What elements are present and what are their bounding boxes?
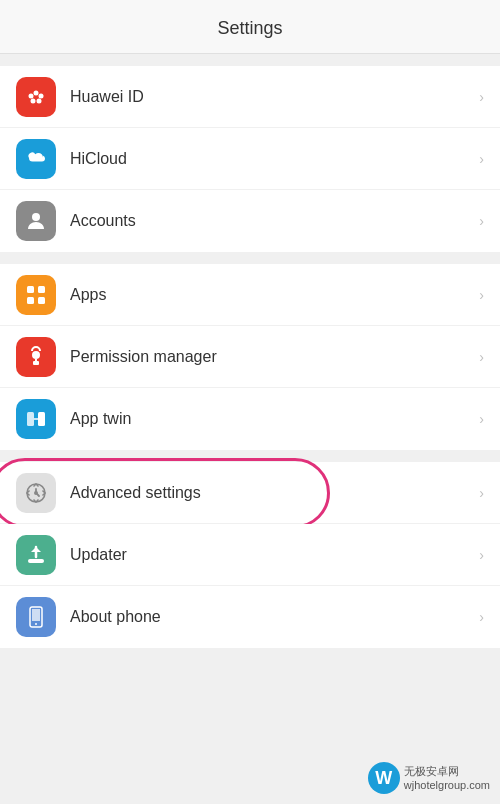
svg-rect-12 [27,412,34,426]
svg-rect-17 [28,559,44,563]
settings-group-2: Apps › Permission manager › App twin › [0,264,500,450]
permission-label: Permission manager [70,348,471,366]
huawei-id-icon [16,77,56,117]
apptwin-label: App twin [70,410,471,428]
svg-rect-13 [38,412,45,426]
huawei-id-label: Huawei ID [70,88,471,106]
aboutphone-label: About phone [70,608,471,626]
updater-label: Updater [70,546,471,564]
advanced-icon [16,473,56,513]
hicloud-icon [16,139,56,179]
settings-group-1: Huawei ID › HiCloud › Accounts › [0,66,500,252]
watermark: W 无极安卓网 wjhotelgroup.com [368,762,490,794]
svg-point-5 [32,213,40,221]
updater-icon [16,535,56,575]
aboutphone-icon [16,597,56,637]
chevron-huawei-id: › [479,89,484,105]
watermark-brand: 无极安卓网 [404,764,490,778]
settings-item-accounts[interactable]: Accounts › [0,190,500,252]
svg-point-10 [32,351,40,359]
svg-rect-9 [38,297,45,304]
chevron-apps: › [479,287,484,303]
page-title: Settings [217,18,282,38]
svg-rect-8 [27,297,34,304]
section-gap-3 [0,450,500,462]
apps-label: Apps [70,286,471,304]
hicloud-label: HiCloud [70,150,471,168]
svg-point-16 [34,491,38,495]
accounts-icon [16,201,56,241]
svg-rect-19 [32,609,40,621]
settings-item-hicloud[interactable]: HiCloud › [0,128,500,190]
settings-item-aboutphone[interactable]: About phone › [0,586,500,648]
chevron-permission: › [479,349,484,365]
settings-item-apptwin[interactable]: App twin › [0,388,500,450]
section-gap-2 [0,252,500,264]
page-title-bar: Settings [0,0,500,54]
svg-rect-11 [33,361,39,365]
watermark-site: wjhotelgroup.com [404,778,490,792]
permission-icon [16,337,56,377]
watermark-logo: W [368,762,400,794]
chevron-apptwin: › [479,411,484,427]
chevron-accounts: › [479,213,484,229]
settings-item-huawei-id[interactable]: Huawei ID › [0,66,500,128]
apps-icon [16,275,56,315]
settings-item-advanced[interactable]: Advanced settings › [0,462,500,524]
svg-point-0 [34,90,39,95]
svg-point-1 [29,93,34,98]
chevron-aboutphone: › [479,609,484,625]
svg-point-20 [35,623,37,625]
watermark-text: 无极安卓网 wjhotelgroup.com [404,764,490,793]
svg-point-4 [37,98,42,103]
chevron-hicloud: › [479,151,484,167]
settings-item-permission[interactable]: Permission manager › [0,326,500,388]
settings-item-updater[interactable]: Updater › [0,524,500,586]
svg-point-2 [39,93,44,98]
chevron-advanced: › [479,485,484,501]
chevron-updater: › [479,547,484,563]
svg-point-3 [31,98,36,103]
section-gap-top [0,54,500,66]
advanced-label: Advanced settings [70,484,471,502]
svg-rect-6 [27,286,34,293]
apptwin-icon [16,399,56,439]
svg-rect-7 [38,286,45,293]
accounts-label: Accounts [70,212,471,230]
settings-group-3: Advanced settings › Updater › About phon… [0,462,500,648]
settings-item-apps[interactable]: Apps › [0,264,500,326]
